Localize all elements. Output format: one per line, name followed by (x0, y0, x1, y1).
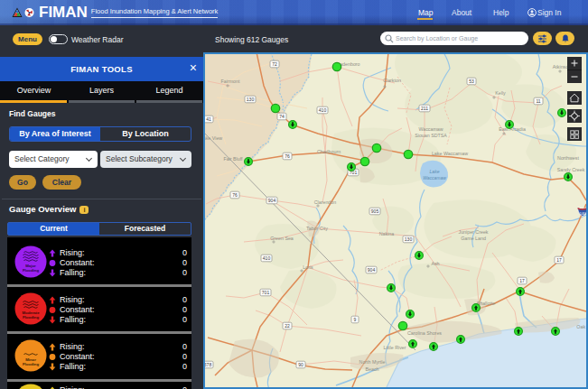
svg-text:Beach: Beach (365, 366, 378, 372)
svg-text:53: 53 (469, 79, 474, 84)
svg-text:Fairmont: Fairmont (221, 79, 240, 84)
svg-text:130: 130 (247, 97, 255, 102)
svg-text:130: 130 (405, 236, 413, 242)
svg-text:410: 410 (319, 107, 327, 113)
svg-text:72: 72 (272, 61, 277, 67)
svg-text:Flooding: Flooding (23, 315, 40, 320)
svg-text:Flooding: Flooding (23, 362, 40, 366)
svg-text:211: 211 (421, 106, 428, 111)
svg-text:Lake Waccamaw: Lake Waccamaw (432, 151, 468, 156)
svg-text:Northwest: Northwest (557, 155, 579, 161)
svg-text:41: 41 (206, 116, 211, 122)
svg-text:Green Sea: Green Sea (270, 236, 294, 241)
svg-text:Loris: Loris (303, 264, 313, 270)
svg-text:Lake View: Lake View (205, 135, 222, 141)
svg-text:410: 410 (263, 255, 271, 261)
svg-text:Lake: Lake (430, 169, 440, 174)
svg-text:905: 905 (371, 208, 379, 214)
svg-text:Siouan SDTSA: Siouan SDTSA (415, 133, 447, 138)
svg-text:Sandy Creek: Sandy Creek (557, 167, 585, 172)
svg-text:Clarkton: Clarkton (383, 78, 401, 83)
svg-text:22: 22 (285, 323, 290, 329)
svg-text:Chadbourn: Chadbourn (317, 149, 341, 154)
svg-text:Little River: Little River (383, 345, 406, 350)
svg-text:378: 378 (205, 362, 211, 367)
svg-text:North Myrtle: North Myrtle (359, 359, 386, 365)
svg-text:Game Land: Game Land (461, 236, 486, 241)
svg-text:74: 74 (279, 114, 285, 119)
svg-text:Fair Bluff: Fair Bluff (223, 156, 243, 162)
svg-text:11: 11 (536, 98, 540, 104)
svg-text:Waccamaw: Waccamaw (418, 126, 443, 132)
svg-text:Flooding: Flooding (23, 268, 40, 273)
svg-text:Oak Is: Oak Is (576, 324, 586, 329)
svg-text:Ash: Ash (431, 261, 439, 266)
svg-text:Clarendon: Clarendon (314, 199, 336, 205)
svg-text:9: 9 (354, 317, 357, 322)
svg-text:17: 17 (519, 278, 525, 283)
svg-text:Carolina Shores: Carolina Shores (407, 330, 442, 336)
svg-text:17: 17 (556, 257, 562, 263)
svg-text:Kelly: Kelly (495, 90, 506, 96)
svg-text:904: 904 (268, 198, 276, 203)
svg-text:76: 76 (285, 153, 290, 159)
svg-text:Juniper Creek: Juniper Creek (459, 229, 489, 235)
svg-text:Waccamaw: Waccamaw (423, 175, 446, 181)
svg-text:Nakina: Nakina (379, 231, 395, 236)
svg-text:Tabor City: Tabor City (306, 226, 328, 231)
svg-text:76: 76 (232, 192, 238, 198)
svg-text:701: 701 (262, 290, 270, 295)
svg-text:140: 140 (580, 211, 586, 216)
svg-text:90: 90 (298, 362, 303, 367)
svg-text:904: 904 (368, 267, 376, 273)
